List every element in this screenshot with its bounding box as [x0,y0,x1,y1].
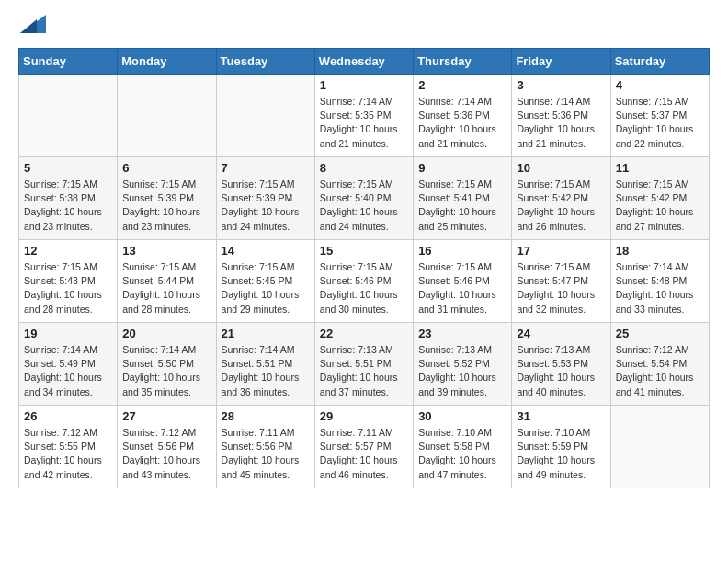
day-info: Sunrise: 7:15 AM Sunset: 5:40 PM Dayligh… [320,178,408,234]
day-number: 28 [222,409,310,423]
calendar-cell: 5Sunrise: 7:15 AM Sunset: 5:38 PM Daylig… [19,157,118,240]
day-number: 27 [122,409,210,423]
day-number: 15 [320,244,408,258]
calendar-cell: 16Sunrise: 7:15 AM Sunset: 5:46 PM Dayli… [414,240,512,323]
day-info: Sunrise: 7:13 AM Sunset: 5:53 PM Dayligh… [517,343,605,399]
day-info: Sunrise: 7:14 AM Sunset: 5:36 PM Dayligh… [517,95,605,151]
day-number: 8 [320,161,408,175]
calendar-cell: 15Sunrise: 7:15 AM Sunset: 5:46 PM Dayli… [314,240,413,323]
day-info: Sunrise: 7:12 AM Sunset: 5:55 PM Dayligh… [24,426,112,482]
day-number: 2 [418,78,506,92]
day-number: 3 [517,78,605,92]
calendar-table: SundayMondayTuesdayWednesdayThursdayFrid… [18,48,710,488]
day-number: 13 [122,244,210,258]
day-info: Sunrise: 7:14 AM Sunset: 5:50 PM Dayligh… [122,343,210,399]
day-info: Sunrise: 7:15 AM Sunset: 5:38 PM Dayligh… [24,178,112,234]
calendar-cell: 21Sunrise: 7:14 AM Sunset: 5:51 PM Dayli… [216,323,314,406]
calendar-cell: 26Sunrise: 7:12 AM Sunset: 5:55 PM Dayli… [19,406,118,488]
day-number: 14 [222,244,310,258]
calendar-header-row: SundayMondayTuesdayWednesdayThursdayFrid… [19,49,710,75]
calendar-cell: 29Sunrise: 7:11 AM Sunset: 5:57 PM Dayli… [314,406,413,488]
day-number: 22 [320,327,408,340]
calendar-cell: 27Sunrise: 7:12 AM Sunset: 5:56 PM Dayli… [118,406,216,488]
weekday-header: Wednesday [314,49,413,75]
day-number: 20 [122,327,210,340]
weekday-header: Sunday [19,49,118,75]
calendar-cell: 31Sunrise: 7:10 AM Sunset: 5:59 PM Dayli… [512,406,610,488]
day-info: Sunrise: 7:15 AM Sunset: 5:42 PM Dayligh… [517,178,605,234]
day-number: 21 [222,327,310,340]
day-number: 5 [24,161,112,175]
calendar-cell [610,406,709,488]
day-number: 16 [418,244,506,258]
page-header [18,18,710,33]
day-number: 19 [24,327,112,340]
day-info: Sunrise: 7:12 AM Sunset: 5:56 PM Dayligh… [122,426,210,482]
day-info: Sunrise: 7:11 AM Sunset: 5:56 PM Dayligh… [222,426,310,482]
logo [18,18,46,33]
day-info: Sunrise: 7:11 AM Sunset: 5:57 PM Dayligh… [320,426,408,482]
day-info: Sunrise: 7:15 AM Sunset: 5:44 PM Dayligh… [122,260,210,316]
day-info: Sunrise: 7:14 AM Sunset: 5:48 PM Dayligh… [616,260,704,316]
day-info: Sunrise: 7:15 AM Sunset: 5:39 PM Dayligh… [122,178,210,234]
calendar-week-row: 12Sunrise: 7:15 AM Sunset: 5:43 PM Dayli… [19,240,710,323]
svg-marker-1 [20,19,37,33]
calendar-week-row: 5Sunrise: 7:15 AM Sunset: 5:38 PM Daylig… [19,157,710,240]
day-number: 11 [616,161,704,175]
day-number: 25 [616,327,704,340]
weekday-header: Tuesday [216,49,314,75]
day-number: 31 [517,409,605,423]
weekday-header: Monday [118,49,216,75]
day-number: 18 [616,244,704,258]
calendar-cell: 23Sunrise: 7:13 AM Sunset: 5:52 PM Dayli… [414,323,512,406]
calendar-cell [216,75,314,157]
calendar-cell: 4Sunrise: 7:15 AM Sunset: 5:37 PM Daylig… [610,75,709,157]
calendar-cell: 22Sunrise: 7:13 AM Sunset: 5:51 PM Dayli… [314,323,413,406]
calendar-cell: 2Sunrise: 7:14 AM Sunset: 5:36 PM Daylig… [414,75,512,157]
day-number: 23 [418,327,506,340]
day-info: Sunrise: 7:15 AM Sunset: 5:43 PM Dayligh… [24,260,112,316]
calendar-cell: 25Sunrise: 7:12 AM Sunset: 5:54 PM Dayli… [610,323,709,406]
day-number: 24 [517,327,605,340]
calendar-cell: 19Sunrise: 7:14 AM Sunset: 5:49 PM Dayli… [19,323,118,406]
calendar-cell [19,75,118,157]
day-info: Sunrise: 7:15 AM Sunset: 5:46 PM Dayligh… [418,260,506,316]
calendar-week-row: 19Sunrise: 7:14 AM Sunset: 5:49 PM Dayli… [19,323,710,406]
calendar-cell: 11Sunrise: 7:15 AM Sunset: 5:42 PM Dayli… [610,157,709,240]
calendar-week-row: 1Sunrise: 7:14 AM Sunset: 5:35 PM Daylig… [19,75,710,157]
calendar-cell: 3Sunrise: 7:14 AM Sunset: 5:36 PM Daylig… [512,75,610,157]
calendar-cell: 30Sunrise: 7:10 AM Sunset: 5:58 PM Dayli… [414,406,512,488]
calendar-cell: 28Sunrise: 7:11 AM Sunset: 5:56 PM Dayli… [216,406,314,488]
calendar-cell: 7Sunrise: 7:15 AM Sunset: 5:39 PM Daylig… [216,157,314,240]
calendar-week-row: 26Sunrise: 7:12 AM Sunset: 5:55 PM Dayli… [19,406,710,488]
weekday-header: Friday [512,49,610,75]
day-info: Sunrise: 7:12 AM Sunset: 5:54 PM Dayligh… [616,343,704,399]
calendar-cell: 10Sunrise: 7:15 AM Sunset: 5:42 PM Dayli… [512,157,610,240]
day-number: 1 [320,78,408,92]
day-info: Sunrise: 7:15 AM Sunset: 5:42 PM Dayligh… [616,178,704,234]
day-info: Sunrise: 7:15 AM Sunset: 5:47 PM Dayligh… [517,260,605,316]
day-info: Sunrise: 7:15 AM Sunset: 5:37 PM Dayligh… [616,95,704,151]
weekday-header: Thursday [414,49,512,75]
day-number: 10 [517,161,605,175]
day-info: Sunrise: 7:13 AM Sunset: 5:52 PM Dayligh… [418,343,506,399]
day-number: 9 [418,161,506,175]
day-info: Sunrise: 7:14 AM Sunset: 5:36 PM Dayligh… [418,95,506,151]
calendar-cell: 1Sunrise: 7:14 AM Sunset: 5:35 PM Daylig… [314,75,413,157]
calendar-cell: 18Sunrise: 7:14 AM Sunset: 5:48 PM Dayli… [610,240,709,323]
day-number: 7 [222,161,310,175]
calendar-cell: 9Sunrise: 7:15 AM Sunset: 5:41 PM Daylig… [414,157,512,240]
day-number: 29 [320,409,408,423]
calendar-cell: 8Sunrise: 7:15 AM Sunset: 5:40 PM Daylig… [314,157,413,240]
day-info: Sunrise: 7:14 AM Sunset: 5:49 PM Dayligh… [24,343,112,399]
day-number: 6 [122,161,210,175]
calendar-cell: 20Sunrise: 7:14 AM Sunset: 5:50 PM Dayli… [118,323,216,406]
day-info: Sunrise: 7:10 AM Sunset: 5:59 PM Dayligh… [517,426,605,482]
day-number: 12 [24,244,112,258]
day-info: Sunrise: 7:14 AM Sunset: 5:35 PM Dayligh… [320,95,408,151]
weekday-header: Saturday [610,49,709,75]
calendar-cell: 12Sunrise: 7:15 AM Sunset: 5:43 PM Dayli… [19,240,118,323]
day-info: Sunrise: 7:15 AM Sunset: 5:39 PM Dayligh… [222,178,310,234]
calendar-cell: 17Sunrise: 7:15 AM Sunset: 5:47 PM Dayli… [512,240,610,323]
calendar-cell: 14Sunrise: 7:15 AM Sunset: 5:45 PM Dayli… [216,240,314,323]
